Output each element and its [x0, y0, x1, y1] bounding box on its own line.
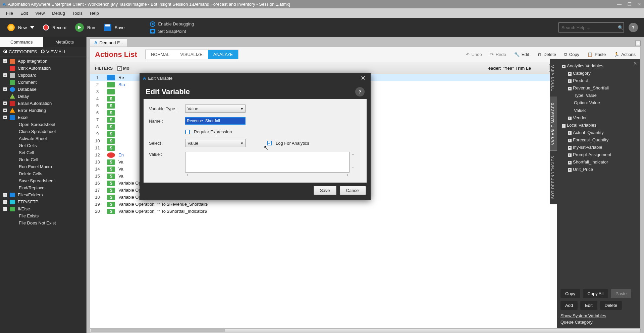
sidebar-subitem[interactable]: Set Cell: [0, 149, 86, 156]
select-dropdown[interactable]: Value▾: [185, 139, 246, 147]
dialog-help-button[interactable]: ?: [355, 87, 365, 96]
tree-node[interactable]: +Category: [560, 70, 637, 77]
menu-debug[interactable]: Debug: [52, 11, 65, 16]
dock-close-button[interactable]: ✕: [633, 61, 637, 66]
copy-action-button[interactable]: ⧉Copy: [564, 52, 579, 57]
new-button[interactable]: New: [7, 24, 34, 31]
set-snappoint-button[interactable]: Set SnapPoint: [150, 29, 194, 34]
scroll-right-icon[interactable]: ›: [347, 172, 348, 177]
sidebar-subitem[interactable]: File Exists: [0, 212, 86, 219]
radio-categories[interactable]: CATEGORIES: [3, 49, 37, 54]
actions-menu-button[interactable]: 🏃Actions: [614, 52, 636, 57]
sidebar-subitem[interactable]: Find/Replace: [0, 184, 86, 191]
scroll-up-icon[interactable]: ˄: [352, 153, 354, 158]
viewtab-analyze[interactable]: ANALYZE: [208, 50, 238, 59]
var-add-button[interactable]: Add: [560, 301, 578, 310]
var-edit-button[interactable]: Edit: [580, 301, 597, 310]
sidebar-item[interactable]: +Error Handling: [0, 107, 86, 114]
chevron-down-icon[interactable]: [30, 26, 34, 29]
dock-tab-botdependencies[interactable]: BOT DEPENDENCIES: [550, 150, 557, 204]
dialog-cancel-button[interactable]: Cancel: [340, 186, 366, 195]
regex-checkbox[interactable]: [185, 130, 190, 134]
show-system-vars-link[interactable]: Show System Variables: [560, 313, 637, 318]
sidebar-subitem[interactable]: File Does Not Exist: [0, 219, 86, 226]
sidebar-item[interactable]: Citrix Automation: [0, 65, 86, 72]
save-button[interactable]: Save: [104, 24, 125, 31]
sidebar-subitem[interactable]: Open Spreadsheet: [0, 121, 86, 128]
horizontal-scrollbar[interactable]: [90, 328, 641, 333]
tree-node[interactable]: +Unit_Price: [560, 166, 637, 173]
tab-dropdown[interactable]: ▾: [635, 41, 641, 46]
menu-help[interactable]: Help: [90, 11, 99, 16]
var-delete-button[interactable]: Delete: [600, 301, 622, 310]
help-button[interactable]: ?: [629, 23, 638, 32]
sidebar-item[interactable]: Delay: [0, 93, 86, 100]
sidebar-item[interactable]: +Database: [0, 86, 86, 93]
tree-node[interactable]: Option: Value: [560, 99, 637, 107]
paste-action-button[interactable]: 📋Paste: [587, 52, 606, 57]
minimize-button[interactable]: —: [617, 2, 622, 7]
sidebar-subitem[interactable]: Close Spreadsheet: [0, 128, 86, 135]
scroll-left-icon[interactable]: ‹: [186, 172, 188, 177]
var-copyall-button[interactable]: Copy All: [583, 289, 608, 298]
tree-node[interactable]: +Shortfall_Indicator: [560, 158, 637, 166]
sidebar-item[interactable]: –Excel: [0, 114, 86, 121]
tree-node[interactable]: –Local Variables: [560, 122, 637, 129]
sidebar-subitem[interactable]: Go to Cell: [0, 156, 86, 163]
file-tab[interactable]: ADemand F...: [90, 39, 127, 47]
tree-node[interactable]: –Revenue_Shortfall: [560, 84, 637, 92]
close-window-button[interactable]: ✕: [638, 2, 641, 7]
var-copy-button[interactable]: Copy: [560, 289, 580, 298]
undo-button[interactable]: ↶Undo: [466, 52, 482, 57]
delete-action-button[interactable]: 🗑Delete: [537, 52, 556, 57]
dock-tab-variablemanager[interactable]: VARIABLE MANAGER: [550, 97, 557, 150]
sidebar-item[interactable]: +FTP/SFTP: [0, 198, 86, 205]
tree-node[interactable]: +Prompt-Assignment: [560, 151, 637, 158]
tree-node[interactable]: Value:: [560, 107, 637, 114]
dialog-save-button[interactable]: Save: [314, 186, 336, 195]
tree-node[interactable]: –Analytics Variables: [560, 62, 637, 70]
filter-checkbox[interactable]: ✓ Mo: [117, 66, 129, 71]
sidebar-subitem[interactable]: Delete Cells: [0, 170, 86, 177]
tab-commands[interactable]: Commands: [0, 37, 43, 47]
sidebar-subitem[interactable]: Activate Sheet: [0, 135, 86, 142]
run-button[interactable]: Run: [75, 23, 95, 32]
dock-tab-errorview[interactable]: ERROR VIEW: [550, 59, 557, 97]
var-type-select[interactable]: Value▾: [185, 105, 246, 113]
tree-node[interactable]: +Product: [560, 77, 637, 84]
sidebar-item[interactable]: +Email Automation: [0, 100, 86, 107]
sidebar-subitem[interactable]: Run Excel Macro: [0, 163, 86, 170]
dialog-close-button[interactable]: ✕: [359, 74, 367, 82]
edit-action-button[interactable]: 🔧Edit: [514, 52, 529, 57]
viewtab-normal[interactable]: NORMAL: [146, 50, 175, 59]
tree-node[interactable]: Type: Value: [560, 92, 637, 99]
sidebar-item[interactable]: +Clipboard: [0, 72, 86, 79]
search-help-input[interactable]: 🔍: [558, 22, 624, 32]
viewtab-visualize[interactable]: VISUALIZE: [175, 50, 208, 59]
scroll-down-icon[interactable]: ˅: [352, 166, 354, 171]
sidebar-item[interactable]: –If/Else: [0, 205, 86, 212]
tree-node[interactable]: +my-list-variable: [560, 144, 637, 151]
menu-tools[interactable]: Tools: [72, 11, 83, 16]
log-analytics-checkbox[interactable]: ✓: [267, 141, 272, 145]
radio-viewall[interactable]: VIEW ALL: [41, 49, 66, 54]
tree-node[interactable]: +Actual_Quantity: [560, 129, 637, 136]
maximize-button[interactable]: ❐: [628, 2, 632, 7]
record-button[interactable]: Record: [43, 24, 66, 30]
sidebar-item[interactable]: +Files/Folders: [0, 191, 86, 198]
sidebar-item[interactable]: +App Integration: [0, 58, 86, 65]
menu-file[interactable]: File: [6, 11, 13, 16]
sidebar-item[interactable]: Comment: [0, 79, 86, 86]
value-textarea[interactable]: [185, 152, 350, 173]
tree-node[interactable]: +Forecast_Quantity: [560, 136, 637, 144]
var-paste-button[interactable]: Paste: [611, 289, 631, 298]
sidebar-subitem[interactable]: Get Cells: [0, 142, 86, 149]
sidebar-subitem[interactable]: Save Spreadsheet: [0, 177, 86, 184]
menu-edit[interactable]: Edit: [20, 11, 28, 16]
search-icon[interactable]: 🔍: [618, 25, 623, 30]
queue-category-link[interactable]: Queue Category: [560, 320, 637, 325]
menu-view[interactable]: View: [35, 11, 45, 16]
tab-metabots[interactable]: MetaBots: [43, 37, 87, 47]
tree-node[interactable]: +Vendor: [560, 114, 637, 122]
enable-debug-button[interactable]: Enable Debugging: [150, 21, 194, 27]
